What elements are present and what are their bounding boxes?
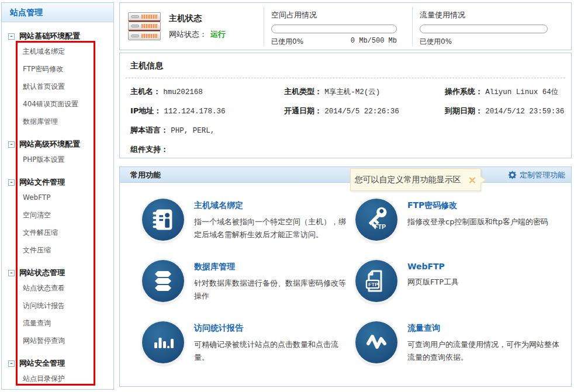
- sidebar-item[interactable]: 文件解压缩: [2, 224, 113, 241]
- sidebar-group-label: 网站状态管理: [19, 268, 65, 278]
- traffic-used-label: 已使用0%: [420, 37, 452, 47]
- site-management-page: 站点管理 - 网站基础环境配置 主机域名绑定 FTP密码修改 默认首页设置 40…: [0, 0, 574, 392]
- space-quota: 0 Mb/500 Mb: [351, 37, 397, 47]
- gear-icon: [508, 171, 517, 179]
- host-info-field: 组件支持：: [130, 144, 571, 155]
- collapse-icon[interactable]: -: [8, 141, 15, 148]
- sidebar: 站点管理 - 网站基础环境配置 主机域名绑定 FTP密码修改 默认首页设置 40…: [1, 2, 114, 390]
- sidebar-group-items: 站点状态查看 访问统计报告 流量查询 网站暂停查询: [2, 279, 113, 349]
- sidebar-item[interactable]: PHP版本设置: [2, 151, 113, 168]
- card-description: 网页版FTP工具: [407, 276, 459, 289]
- host-info-field: 主机类型： M享主机-M2(云): [284, 86, 445, 97]
- host-info-field: 主机名： hmu202168: [130, 86, 284, 97]
- host-info-field: 脚本语言： PHP, PERL,: [130, 125, 571, 136]
- field-value: Aliyun Linux 64位: [485, 88, 558, 96]
- sidebar-item[interactable]: 404错误页面设置: [2, 95, 113, 113]
- sidebar-item[interactable]: 站点状态查看: [2, 279, 113, 297]
- sidebar-group: - 网站基础环境配置 主机域名绑定 FTP密码修改 默认首页设置 404错误页面…: [2, 30, 113, 130]
- field-value: 2014/5/12 23:59:36: [485, 107, 564, 116]
- sidebar-item[interactable]: 默认首页设置: [2, 78, 113, 95]
- sidebar-group-items: 主机域名绑定 FTP密码修改 默认首页设置 404错误页面设置 数据库管理: [2, 43, 113, 130]
- sidebar-group: - 网站文件管理 WebFTP 空间清空 文件解压缩 文件压缩: [2, 176, 113, 259]
- common-functions-title: 常用功能: [120, 167, 571, 183]
- sidebar-title: 站点管理: [2, 3, 113, 22]
- sidebar-group-items: WebFTP 空间清空 文件解压缩 文件压缩: [2, 189, 113, 259]
- close-icon[interactable]: ×: [468, 175, 476, 185]
- collapse-icon[interactable]: -: [8, 360, 15, 367]
- card-description: 可精确记录被统计站点的点击数量和点击流量。: [194, 338, 351, 364]
- site-status-label: 网站状态：: [169, 30, 207, 39]
- field-label: 脚本语言：: [130, 126, 168, 134]
- sidebar-group-items: 站点目录保护: [2, 370, 113, 387]
- customize-functions-label: 定制管理功能: [520, 170, 565, 181]
- collapse-icon[interactable]: -: [8, 33, 15, 40]
- function-card: 流量查询 可查询用户的流量使用情况，可作为网站整体流量的查询依据。: [355, 320, 564, 364]
- card-title-link[interactable]: 访问统计报告: [194, 323, 351, 334]
- card-title-link[interactable]: FTP密码修改: [407, 200, 548, 211]
- field-value: hmu202168: [163, 88, 203, 96]
- ftp-key-icon[interactable]: FTP: [355, 199, 397, 241]
- function-card: 访问统计报告 可精确记录被统计站点的点击数量和点击流量。: [142, 320, 351, 364]
- domain-bind-icon[interactable]: [142, 199, 184, 241]
- field-value: PHP, PERL,: [171, 127, 215, 135]
- svg-text:FTP: FTP: [374, 223, 386, 230]
- sidebar-item[interactable]: WebFTP: [2, 189, 113, 206]
- card-title-link[interactable]: WebFTP: [407, 262, 459, 271]
- card-title-link[interactable]: 流量查询: [407, 323, 564, 334]
- host-status-panel: 主机状态 网站状态：运行 空间占用情况 已使用0% 0 Mb/500 Mb 流量…: [119, 2, 572, 50]
- field-value: 2014/5/5 22:26:36: [324, 107, 399, 116]
- sidebar-group-header[interactable]: - 网站状态管理: [2, 266, 113, 279]
- customize-functions-button[interactable]: 定制管理功能: [508, 167, 565, 183]
- sidebar-group-header[interactable]: - 网站基础环境配置: [2, 30, 113, 43]
- traffic-usage-section: 流量使用情况 已使用0%: [413, 3, 571, 50]
- sidebar-item[interactable]: 空间清空: [2, 206, 113, 224]
- host-status-title: 主机状态: [169, 13, 226, 24]
- sidebar-item[interactable]: FTP密码修改: [2, 60, 113, 78]
- space-progress-bar: [271, 25, 397, 33]
- sidebar-item[interactable]: 访问统计报告: [2, 297, 113, 314]
- customize-tooltip: 您可以自定义常用功能显示区 ×: [350, 168, 481, 191]
- database-icon[interactable]: [142, 260, 184, 302]
- card-description: 指一个域名被指向一个特定空间（主机），绑定后域名需解析生效后才能正常访问。: [194, 216, 351, 241]
- field-label: 到期日期：: [445, 106, 483, 115]
- host-info-grid: 主机名： hmu202168 主机类型： M享主机-M2(云) 操作系统： Al…: [120, 78, 571, 155]
- sidebar-group-header[interactable]: - 网站高级环境配置: [2, 138, 113, 151]
- function-card: FTP WebFTP 网页版FTP工具: [355, 259, 564, 303]
- sidebar-item[interactable]: 网站暂停查询: [2, 332, 113, 349]
- stats-bars-icon[interactable]: [142, 321, 184, 363]
- card-description: 指修改登录cp控制面版和ftp客户端的密码: [407, 216, 548, 228]
- sidebar-group-header[interactable]: - 网站文件管理: [2, 176, 113, 189]
- field-label: 组件支持：: [130, 145, 168, 154]
- sidebar-item[interactable]: 站点目录保护: [2, 370, 113, 387]
- collapse-icon[interactable]: -: [8, 179, 15, 186]
- sidebar-item[interactable]: 流量查询: [2, 314, 113, 332]
- field-label: 操作系统：: [445, 87, 483, 96]
- host-info-panel: 主机信息 主机名： hmu202168 主机类型： M享主机-M2(云) 操作系…: [119, 53, 572, 158]
- sidebar-group-header[interactable]: - 网站安全管理: [2, 357, 113, 370]
- card-description: 可查询用户的流量使用情况，可作为网站整体流量的查询依据。: [407, 338, 564, 364]
- host-info-field: 到期日期： 2014/5/12 23:59:36: [445, 106, 571, 116]
- sidebar-group-label: 网站文件管理: [19, 177, 65, 188]
- tooltip-text: 您可以自定义常用功能显示区: [354, 175, 461, 185]
- collapse-icon[interactable]: -: [8, 270, 15, 276]
- card-title-link[interactable]: 主机域名绑定: [194, 200, 351, 211]
- traffic-usage-title: 流量使用情况: [420, 10, 548, 20]
- card-description: 针对数据库数据进行备份、数据库密码修改等操作: [194, 277, 351, 303]
- traffic-wave-icon[interactable]: [355, 321, 397, 363]
- sidebar-item[interactable]: 数据库管理: [2, 113, 113, 130]
- host-info-field: 开通日期： 2014/5/5 22:26:36: [284, 106, 445, 116]
- space-used-label: 已使用0%: [271, 37, 303, 47]
- sidebar-group: - 网站安全管理 站点目录保护: [2, 357, 113, 387]
- sidebar-group-label: 网站基础环境配置: [19, 31, 80, 41]
- sidebar-item[interactable]: 主机域名绑定: [2, 43, 113, 60]
- server-icon: [128, 12, 161, 40]
- card-title-link[interactable]: 数据库管理: [194, 262, 351, 272]
- host-info-field: 操作系统： Aliyun Linux 64位: [445, 86, 571, 97]
- field-label: 主机名：: [130, 87, 161, 96]
- space-usage-title: 空间占用情况: [271, 10, 397, 20]
- function-card: 主机域名绑定 指一个域名被指向一个特定空间（主机），绑定后域名需解析生效后才能正…: [142, 197, 351, 241]
- sidebar-item[interactable]: 文件压缩: [2, 241, 113, 259]
- webftp-file-icon[interactable]: FTP: [355, 260, 397, 302]
- site-status-value: 运行: [210, 30, 226, 39]
- common-function-cards: 主机域名绑定 指一个域名被指向一个特定空间（主机），绑定后域名需解析生效后才能正…: [142, 197, 564, 365]
